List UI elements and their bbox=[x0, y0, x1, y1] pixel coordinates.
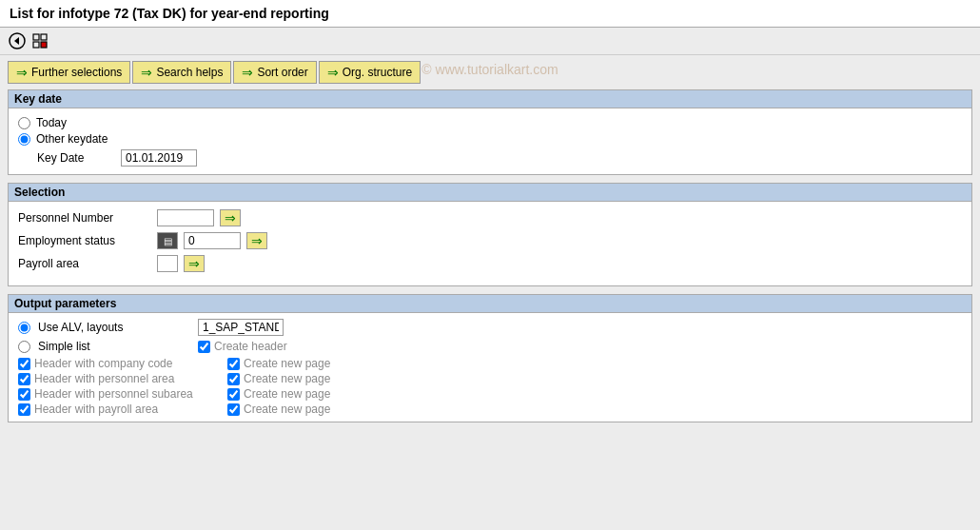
create-new-page-company-checkbox[interactable] bbox=[227, 358, 240, 370]
svg-rect-4 bbox=[33, 42, 39, 48]
emp-status-btn[interactable]: ▤ bbox=[157, 232, 178, 249]
create-new-page-personnel-area-row: Create new page bbox=[227, 372, 437, 385]
create-new-page-payroll-area-label: Create new page bbox=[244, 402, 330, 416]
header-personnel-area-label: Header with personnel area bbox=[34, 372, 174, 385]
output-parameters-section: Output parameters Use ALV, layouts Simpl… bbox=[8, 294, 972, 422]
create-header-label: Create header bbox=[214, 340, 287, 353]
back-icon[interactable] bbox=[8, 31, 27, 50]
create-header-checkbox[interactable] bbox=[198, 341, 210, 353]
create-new-page-personnel-area-label: Create new page bbox=[244, 372, 330, 385]
payroll-area-row: Payroll area ⇒ bbox=[18, 255, 962, 272]
create-new-page-personnel-subarea-label: Create new page bbox=[244, 387, 330, 401]
employment-status-select-btn[interactable]: ⇒ bbox=[246, 232, 267, 249]
header-company-code-row: Header with company code bbox=[18, 357, 227, 370]
alv-value-input[interactable] bbox=[198, 319, 284, 336]
radio-other-label: Other keydate bbox=[36, 132, 108, 146]
create-new-page-company-row: Create new page bbox=[227, 357, 437, 370]
header-personnel-subarea-row: Header with personnel subarea bbox=[18, 387, 227, 401]
header-company-code-label: Header with company code bbox=[34, 357, 172, 370]
toolbar: © www.tutorialkart.com bbox=[0, 28, 980, 55]
header-personnel-subarea-checkbox[interactable] bbox=[18, 388, 30, 401]
personnel-number-input[interactable] bbox=[157, 209, 214, 226]
checkbox-grid: Header with company code Create new page… bbox=[18, 357, 962, 416]
create-new-page-payroll-area-row: Create new page bbox=[227, 402, 437, 416]
create-new-page-personnel-subarea-row: Create new page bbox=[227, 387, 437, 401]
payroll-area-select-btn[interactable]: ⇒ bbox=[184, 255, 205, 272]
tab-search-helps[interactable]: ⇒ Search helps bbox=[132, 61, 231, 84]
employment-status-input[interactable] bbox=[184, 232, 241, 249]
page-title: List for infotype 72 (Tax DK) for year-e… bbox=[10, 6, 329, 21]
header-payroll-area-checkbox[interactable] bbox=[18, 403, 30, 416]
simple-list-label: Simple list bbox=[38, 340, 190, 353]
radio-today-label: Today bbox=[36, 116, 67, 129]
radio-today-row: Today bbox=[18, 116, 962, 129]
create-new-page-personnel-area-checkbox[interactable] bbox=[227, 373, 240, 385]
create-new-page-company-label: Create new page bbox=[244, 357, 330, 370]
employment-status-row: Employment status ▤ ⇒ bbox=[18, 232, 962, 249]
header-personnel-area-row: Header with personnel area bbox=[18, 372, 227, 385]
create-new-page-personnel-subarea-checkbox[interactable] bbox=[227, 388, 240, 401]
payroll-area-input[interactable] bbox=[157, 255, 178, 272]
use-alv-row: Use ALV, layouts bbox=[18, 319, 962, 336]
simple-list-row: Simple list Create header bbox=[18, 340, 962, 353]
svg-rect-3 bbox=[41, 34, 47, 40]
personnel-number-select-btn[interactable]: ⇒ bbox=[220, 209, 241, 226]
header-company-code-checkbox[interactable] bbox=[18, 358, 30, 370]
grid-icon[interactable] bbox=[30, 31, 49, 50]
output-parameters-header: Output parameters bbox=[9, 295, 971, 313]
personnel-number-label: Personnel Number bbox=[18, 211, 151, 225]
header-personnel-area-checkbox[interactable] bbox=[18, 373, 30, 385]
tab-bar: ⇒ Further selections ⇒ Search helps ⇒ So… bbox=[8, 61, 972, 84]
selection-section: Selection Personnel Number ⇒ Employment … bbox=[8, 183, 972, 286]
radio-simple-list[interactable] bbox=[18, 341, 30, 353]
tab-org-structure[interactable]: ⇒ Org. structure bbox=[319, 61, 421, 84]
use-alv-label: Use ALV, layouts bbox=[38, 321, 190, 334]
key-date-label: Key Date bbox=[37, 151, 113, 165]
radio-other-row: Other keydate bbox=[18, 132, 962, 146]
radio-today[interactable] bbox=[18, 117, 30, 129]
header-payroll-area-row: Header with payroll area bbox=[18, 402, 227, 416]
svg-rect-5 bbox=[41, 42, 47, 48]
radio-other[interactable] bbox=[18, 133, 30, 146]
create-new-page-payroll-area-checkbox[interactable] bbox=[227, 403, 240, 416]
svg-rect-2 bbox=[33, 34, 39, 40]
key-date-input[interactable] bbox=[121, 149, 197, 167]
title-bar: List for infotype 72 (Tax DK) for year-e… bbox=[0, 0, 980, 28]
tab-sort-order[interactable]: ⇒ Sort order bbox=[233, 61, 316, 84]
radio-use-alv[interactable] bbox=[18, 322, 30, 334]
header-personnel-subarea-label: Header with personnel subarea bbox=[34, 387, 193, 401]
key-date-section: Key date Today Other keydate Key Date bbox=[8, 89, 972, 175]
selection-header: Selection bbox=[9, 184, 971, 202]
svg-marker-1 bbox=[14, 37, 19, 45]
employment-status-label: Employment status bbox=[18, 234, 151, 247]
key-date-header: Key date bbox=[9, 90, 971, 108]
key-date-field-row: Key Date bbox=[37, 149, 962, 167]
personnel-number-row: Personnel Number ⇒ bbox=[18, 209, 962, 226]
header-payroll-area-label: Header with payroll area bbox=[34, 402, 158, 416]
tab-further-selections[interactable]: ⇒ Further selections bbox=[8, 61, 130, 84]
payroll-area-label: Payroll area bbox=[18, 257, 151, 270]
